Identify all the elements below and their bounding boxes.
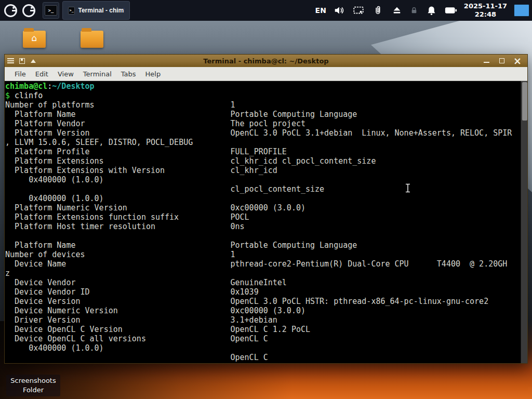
menu-tabs[interactable]: Tabs: [116, 68, 141, 80]
maximize-button[interactable]: [494, 55, 510, 67]
prompt-separator: :: [47, 82, 52, 91]
screenshots-label-line2: Folder: [8, 385, 58, 395]
clock-date: 2025-11-17: [464, 2, 507, 10]
desktop-icon-screenshots-folder[interactable]: Screenshoots Folder: [6, 375, 60, 396]
plugin-lock-icon[interactable]: [410, 6, 419, 15]
keyboard-layout-indicator[interactable]: EN: [315, 6, 326, 15]
window-controls: ×: [478, 55, 525, 67]
screen: >_ >_ Terminal - chimba@... EN: [0, 0, 532, 399]
menubar: File Edit View Terminal Tabs Help: [5, 67, 527, 81]
shell-command-line: $clinfo: [5, 91, 527, 100]
terminal-icon: >_: [45, 5, 57, 16]
logo-ring-icon: [22, 4, 35, 17]
shade-window-icon[interactable]: [28, 55, 39, 67]
menu-edit[interactable]: Edit: [31, 68, 53, 80]
menu-file[interactable]: File: [10, 68, 31, 80]
panel-left: >_ >_ Terminal - chimba@...: [0, 0, 130, 21]
eject-icon[interactable]: [391, 4, 403, 17]
clock[interactable]: 2025-11-17 22:48: [464, 2, 507, 19]
menu-terminal[interactable]: Terminal: [78, 68, 116, 80]
home-emblem-icon: ⌂: [23, 34, 46, 43]
sticky-window-icon[interactable]: [16, 55, 28, 67]
window-menu-icon[interactable]: [5, 55, 16, 67]
scrollbar-thumb[interactable]: [522, 82, 527, 121]
prompt-user-host: chimba@cl: [5, 82, 47, 91]
minimize-button[interactable]: [478, 55, 494, 67]
window-title: Terminal - chimba@cl: ~/Desktop: [203, 57, 328, 65]
logo-ring-icon: [4, 4, 17, 17]
terminal-content[interactable]: chimba@cl:~/Desktop $clinfo Number of pl…: [5, 81, 527, 363]
terminal-icon: >_: [68, 7, 75, 15]
terminal-window: Terminal - chimba@cl: ~/Desktop × File E…: [4, 54, 528, 364]
command-text: clinfo: [15, 91, 43, 100]
battery-icon[interactable]: [445, 4, 457, 17]
panel-tray: EN 2025-11-17 22: [315, 0, 532, 21]
taskbar-item-label: Terminal - chimba@...: [78, 7, 124, 14]
desktop-icon-folder[interactable]: [81, 31, 103, 48]
desktop[interactable]: ⌂ Screenshoots Folder Terminal - chimba@…: [0, 21, 532, 399]
close-button[interactable]: ×: [510, 55, 525, 67]
prompt-path: ~/Desktop: [52, 82, 94, 91]
workspace-switcher[interactable]: [514, 4, 529, 17]
clipboard-paperclip-icon[interactable]: [371, 4, 384, 17]
window-titlebar[interactable]: Terminal - chimba@cl: ~/Desktop ×: [5, 55, 527, 67]
display-icon[interactable]: [352, 4, 365, 17]
desktop-icon-home-folder[interactable]: ⌂: [23, 31, 46, 48]
screenshots-label-line1: Screenshoots: [8, 376, 58, 385]
menu-view[interactable]: View: [53, 68, 78, 80]
terminal-launcher-button[interactable]: >_: [43, 2, 59, 19]
top-panel: >_ >_ Terminal - chimba@... EN: [0, 0, 532, 21]
text-cursor-icon: [405, 183, 411, 195]
taskbar-item-terminal[interactable]: >_ Terminal - chimba@...: [62, 1, 130, 20]
clock-time: 22:48: [464, 10, 507, 19]
app-logo2-icon[interactable]: [22, 4, 36, 18]
app-logo-icon[interactable]: [4, 4, 18, 18]
terminal-output: Number of platforms 1 Platform Name Port…: [5, 100, 527, 362]
notifications-bell-icon[interactable]: [425, 4, 438, 17]
scrollbar[interactable]: [521, 81, 527, 363]
volume-icon[interactable]: [333, 4, 345, 17]
prompt-symbol: $: [5, 91, 10, 100]
shell-prompt: chimba@cl:~/Desktop: [5, 82, 527, 91]
menu-help[interactable]: Help: [141, 68, 166, 80]
